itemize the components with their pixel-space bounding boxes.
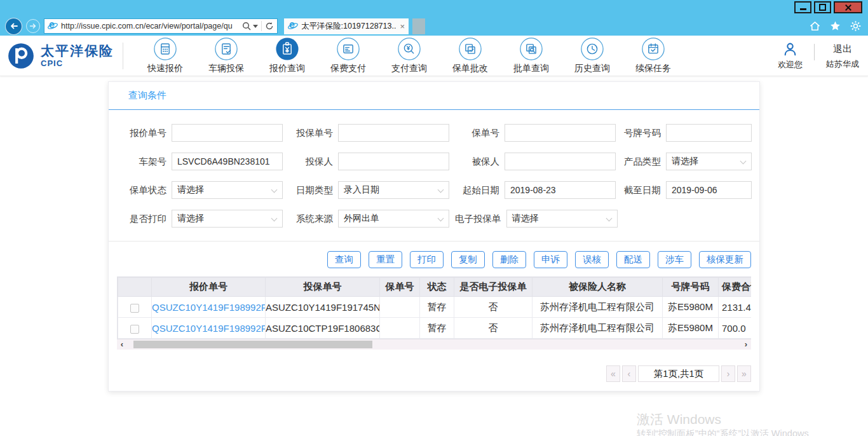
nav-item-history-query[interactable]: 历史查询 xyxy=(562,37,623,74)
minimize-button[interactable] xyxy=(794,1,811,13)
field-date-type: 日期类型 录入日期 xyxy=(288,181,455,199)
proposal-no-input[interactable] xyxy=(338,124,449,142)
nav-item-label: 历史查询 xyxy=(574,63,610,74)
favorites-star-icon[interactable] xyxy=(829,20,841,32)
copy-button[interactable]: 复制 xyxy=(451,251,485,268)
start-date-input[interactable] xyxy=(505,181,616,199)
horizontal-scrollbar: ‹ › xyxy=(117,339,751,350)
settings-gear-icon[interactable] xyxy=(850,20,862,32)
chevron-down-icon xyxy=(271,187,278,193)
browser-forward-button[interactable] xyxy=(26,19,40,33)
scrollbar-thumb[interactable] xyxy=(133,341,373,348)
delivery-button[interactable]: 配送 xyxy=(616,251,650,268)
policy-no-cell xyxy=(380,318,420,339)
header-checkbox-col xyxy=(118,278,152,297)
search-dropdown-caret-icon[interactable] xyxy=(253,25,258,28)
row-checkbox[interactable] xyxy=(130,325,139,334)
forward-arrow-icon xyxy=(29,22,37,31)
query-button[interactable]: 查询 xyxy=(327,251,361,268)
end-date-input[interactable] xyxy=(666,181,752,199)
main-content: 查询条件 报价单号 投保单号 保单号 号牌号码 xyxy=(0,81,868,392)
field-quote-no: 报价单号 xyxy=(122,124,288,142)
browser-back-button[interactable] xyxy=(5,18,22,35)
e-proposal-select[interactable]: 请选择 xyxy=(506,210,618,228)
tab-query-conditions[interactable]: 查询条件 xyxy=(128,90,166,102)
home-icon[interactable] xyxy=(809,20,821,32)
nav-item-quote-query[interactable]: 报价查询 xyxy=(257,37,318,74)
nav-item-premium-pay[interactable]: 保费支付 xyxy=(318,37,379,74)
divider xyxy=(261,21,262,31)
logout-link[interactable]: 退出 xyxy=(833,41,852,57)
restore-button[interactable] xyxy=(814,1,831,13)
quote-no-input[interactable] xyxy=(172,124,283,142)
print-button[interactable]: 打印 xyxy=(410,251,444,268)
system-source-select[interactable]: 外网出单 xyxy=(338,210,449,228)
header-premium: 保费合计 xyxy=(719,278,752,297)
field-label: 截至日期 xyxy=(621,184,661,196)
quote-no-link[interactable]: QSUZC10Y1419F198992F xyxy=(152,318,266,339)
underwriting-update-button[interactable]: 核保更新 xyxy=(699,251,751,268)
appeal-button[interactable]: 申诉 xyxy=(534,251,567,268)
last-page-button[interactable]: » xyxy=(737,365,751,382)
policy-status-select[interactable]: 请选择 xyxy=(172,181,283,199)
tab-close-icon[interactable]: × xyxy=(400,22,405,31)
address-bar[interactable]: e http://issue.cpic.com.cn/ecar/view/por… xyxy=(44,18,278,34)
nav-item-endorse-query[interactable]: 批单查询 xyxy=(501,37,562,74)
nav-item-label: 快速报价 xyxy=(147,63,183,74)
header-quote-no: 报价单号 xyxy=(152,278,266,297)
clipboard-yen-icon xyxy=(275,37,299,61)
field-applicant: 投保人 xyxy=(288,153,455,170)
nav-item-renewal-task[interactable]: 续保任务 xyxy=(623,37,684,74)
table-row: QSUZC10Y1419F198992F ASUZC10Y1419F191745… xyxy=(118,297,752,318)
insured-input[interactable] xyxy=(505,153,616,170)
quote-no-link[interactable]: QSUZC10Y1419F198992F xyxy=(152,297,266,318)
back-arrow-icon xyxy=(9,21,19,31)
close-icon xyxy=(844,4,852,11)
scroll-left-arrow[interactable]: ‹ xyxy=(117,339,127,350)
select-value: 请选择 xyxy=(177,184,204,196)
e-proposal-cell: 否 xyxy=(454,297,532,318)
first-page-button[interactable]: « xyxy=(606,365,620,382)
mischeck-button[interactable]: 误核 xyxy=(575,251,609,268)
select-value: 请选择 xyxy=(512,213,539,224)
policy-no-input[interactable] xyxy=(505,124,616,142)
plate-no-input[interactable] xyxy=(666,124,752,142)
close-button[interactable] xyxy=(834,1,862,13)
query-form: 报价单号 投保单号 保单号 号牌号码 车架号 xyxy=(117,110,751,228)
browser-tab[interactable]: e 太平洋保险:10197128713... × xyxy=(284,18,409,34)
delete-button[interactable]: 删除 xyxy=(492,251,526,268)
refresh-icon[interactable] xyxy=(265,22,274,31)
field-policy-status: 保单状态 请选择 xyxy=(122,181,288,199)
receipt-icon xyxy=(336,37,360,61)
row-checkbox[interactable] xyxy=(130,304,139,313)
search-icon[interactable] xyxy=(242,22,251,31)
nav-item-quick-quote[interactable]: 快速报价 xyxy=(135,37,196,74)
nav-item-policy-endorse[interactable]: 保单批改 xyxy=(440,37,501,74)
next-page-button[interactable]: › xyxy=(721,365,735,382)
field-label: 投保人 xyxy=(288,156,333,168)
scrollbar-track[interactable] xyxy=(127,339,741,350)
reset-button[interactable]: 重置 xyxy=(369,251,402,268)
product-type-select[interactable]: 请选择 xyxy=(666,153,752,170)
new-tab-button[interactable] xyxy=(412,18,425,34)
nav-item-vehicle-insure[interactable]: 车辆投保 xyxy=(196,37,257,74)
scroll-right-arrow[interactable]: › xyxy=(741,339,751,350)
chevron-down-icon xyxy=(271,215,278,222)
plate-cell: 苏E5980M xyxy=(663,297,719,318)
plate-cell: 苏E5980M xyxy=(663,318,719,339)
nav-item-payment-query[interactable]: 支付查询 xyxy=(379,37,440,74)
field-label: 保单号 xyxy=(455,127,499,139)
prev-page-button[interactable]: ‹ xyxy=(622,365,636,382)
restore-icon xyxy=(819,4,826,11)
select-value: 外网出单 xyxy=(344,213,379,224)
date-type-select[interactable]: 录入日期 xyxy=(338,181,449,199)
vehicle-related-button[interactable]: 涉车 xyxy=(658,251,691,268)
vin-input[interactable] xyxy=(172,153,283,170)
applicant-input[interactable] xyxy=(338,153,449,170)
printed-select[interactable]: 请选择 xyxy=(172,210,283,228)
insured-name-cell: 苏州存泽机电工程有限公司 xyxy=(532,297,663,318)
header-policy-no: 保单号 xyxy=(380,278,420,297)
table-row: QSUZC10Y1419F198992F ASUZC10CTP19F180683… xyxy=(118,318,752,339)
header-insured-name: 被保险人名称 xyxy=(532,278,663,297)
chevron-down-icon xyxy=(606,215,612,222)
